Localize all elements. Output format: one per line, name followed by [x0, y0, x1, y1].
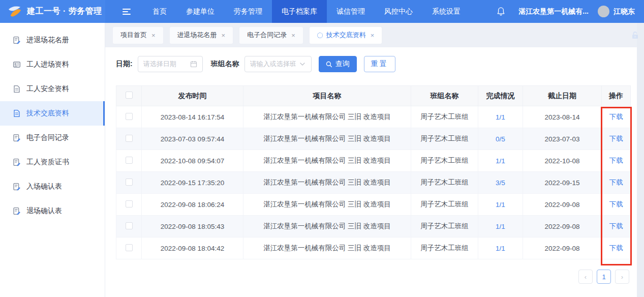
nav-item[interactable]: 参建单位	[176, 0, 224, 23]
row-checkbox[interactable]	[126, 222, 133, 229]
tab-close-icon[interactable]: ×	[151, 32, 156, 39]
search-icon	[326, 61, 332, 68]
table-row: 2023-07-03 09:57:44 湛江农垦第一机械有限公司 三旧 改造项目…	[116, 128, 631, 150]
nav-item[interactable]: 系统设置	[422, 0, 470, 23]
search-button[interactable]: 查询	[319, 56, 357, 72]
cell-project-name: 湛江农垦第一机械有限公司 三旧 改造项目	[243, 128, 411, 150]
records-table-wrap: 发布时间 项目名称 班组名称 完成情况 截止日期 操作 2023-0	[116, 85, 630, 259]
user-avatar[interactable]	[598, 6, 609, 17]
nav-item[interactable]: 劳务管理	[224, 0, 272, 23]
doc-icon	[13, 109, 21, 117]
team-select[interactable]: 请输入或选择班组	[244, 56, 312, 72]
cell-project-name: 湛江农垦第一机械有限公司 三旧 改造项目	[243, 106, 411, 128]
tab[interactable]: 电子合同记录 ×	[239, 27, 303, 44]
cell-action: 下载	[602, 106, 631, 128]
cell-completion-link[interactable]: 3/5	[478, 172, 523, 194]
nav-item[interactable]: 诚信管理	[327, 0, 375, 23]
download-link[interactable]: 下载	[609, 179, 623, 186]
cell-publish-time: 2023-08-14 16:17:54	[142, 106, 243, 128]
cell-completion-link[interactable]: 1/1	[478, 237, 523, 259]
menu-collapse-button[interactable]	[105, 0, 143, 23]
user-name[interactable]: 江晓东	[614, 7, 635, 16]
sidebar-item[interactable]: 电子合同记录	[0, 126, 105, 150]
select-all-cell	[116, 86, 142, 106]
sidebar-item[interactable]: 技术交底资料	[0, 101, 105, 126]
row-check-cell	[116, 128, 142, 150]
nav-item-label: 首页	[152, 7, 167, 16]
row-checkbox[interactable]	[126, 157, 133, 164]
tab-close-icon[interactable]: ×	[222, 32, 226, 39]
navbar-right: 湛江农垦第一机械有... 江晓东	[497, 0, 644, 23]
cell-publish-time: 2022-09-08 18:06:24	[142, 194, 243, 216]
download-link[interactable]: 下载	[609, 200, 623, 208]
tab-close-icon[interactable]: ×	[371, 32, 375, 39]
tab[interactable]: 技术交底资料 ×	[310, 27, 382, 44]
search-button-label: 查询	[335, 60, 350, 69]
sidebar-item[interactable]: 退场确认表	[0, 199, 105, 223]
main-nav: 首页 参建单位 劳务管理 电子档案库 诚信管理 风控中心 系统设置	[143, 0, 470, 23]
calendar-icon	[190, 61, 197, 68]
cell-team-name: 周子艺木工班组	[411, 106, 478, 128]
app-logo: 建工一号 · 劳务管理	[0, 0, 105, 23]
row-check-cell	[116, 150, 142, 172]
col-action: 操作	[602, 86, 631, 106]
nav-item[interactable]: 首页	[143, 0, 176, 23]
cell-team-name: 周子艺木工班组	[411, 216, 478, 237]
tab-label: 技术交底资料	[326, 31, 366, 40]
cell-completion-link[interactable]: 1/1	[478, 150, 523, 172]
sidebar-item-label: 工人安全资料	[26, 84, 69, 94]
sidebar-item[interactable]: 入场确认表	[0, 174, 105, 199]
table-header-row: 发布时间 项目名称 班组名称 完成情况 截止日期 操作	[116, 86, 631, 106]
cell-action: 下载	[602, 194, 631, 216]
right-scrollbar-track[interactable]	[637, 23, 644, 297]
download-link[interactable]: 下载	[609, 244, 623, 252]
sidebar-item-label: 技术交底资料	[26, 109, 69, 118]
top-navbar: 建工一号 · 劳务管理 首页 参建单位 劳务管理 电子档案库 诚信管理	[0, 0, 644, 23]
table-row: 2022-10-08 09:54:07 湛江农垦第一机械有限公司 三旧 改造项目…	[116, 150, 631, 172]
next-page-button[interactable]: ›	[615, 270, 629, 284]
nav-item[interactable]: 电子档案库	[272, 0, 327, 23]
sidebar-item[interactable]: 工人进场资料	[0, 52, 105, 77]
download-link[interactable]: 下载	[609, 113, 623, 121]
main-area: 进退场花名册 工人进场资料 工人安全资料 技术交底资料	[0, 23, 644, 297]
cell-deadline: 2023-08-14	[523, 106, 602, 128]
sidebar-item[interactable]: 工人资质证书	[0, 150, 105, 174]
cell-completion-link[interactable]: 1/1	[478, 194, 523, 216]
cell-deadline: 2022-09-08	[523, 194, 602, 216]
nav-item[interactable]: 风控中心	[375, 0, 422, 23]
sidebar-item[interactable]: 进退场花名册	[0, 28, 105, 52]
notification-bell-icon[interactable]	[497, 7, 505, 16]
id-card-icon	[13, 61, 21, 69]
sidebar-item-label: 进退场花名册	[26, 36, 69, 45]
cell-team-name: 周子艺木工班组	[411, 172, 478, 194]
row-check-cell	[116, 194, 142, 216]
reset-button[interactable]: 重置	[364, 56, 395, 72]
row-checkbox[interactable]	[126, 179, 133, 186]
sidebar-item[interactable]: 工人安全资料	[0, 77, 105, 101]
download-link[interactable]: 下载	[609, 222, 623, 230]
download-link[interactable]: 下载	[609, 157, 623, 164]
cell-completion-link[interactable]: 1/1	[478, 106, 523, 128]
tab[interactable]: 进退场花名册 ×	[170, 27, 233, 44]
company-name[interactable]: 湛江农垦第一机械有...	[518, 7, 589, 16]
date-placeholder: 请选择日期	[143, 60, 176, 69]
row-checkbox[interactable]	[126, 200, 133, 207]
nav-item-label: 参建单位	[186, 7, 214, 16]
app-title: 建工一号 · 劳务管理	[27, 6, 102, 17]
row-checkbox[interactable]	[126, 244, 133, 251]
row-checkbox[interactable]	[126, 113, 133, 120]
tab-close-icon[interactable]: ×	[291, 32, 295, 39]
cell-team-name: 周子艺木工班组	[411, 150, 478, 172]
cell-deadline: 2022-09-08	[523, 216, 602, 237]
prev-page-button[interactable]: ‹	[578, 270, 593, 284]
select-all-checkbox[interactable]	[126, 92, 133, 99]
tab[interactable]: 项目首页 ×	[113, 27, 163, 44]
team-placeholder: 请输入或选择班组	[250, 60, 296, 69]
current-page-button[interactable]: 1	[597, 270, 611, 284]
doc-icon	[13, 85, 21, 93]
cell-completion-link[interactable]: 1/1	[478, 216, 523, 237]
row-checkbox[interactable]	[126, 135, 133, 142]
download-link[interactable]: 下载	[609, 135, 623, 142]
date-picker-input[interactable]: 请选择日期	[138, 56, 203, 72]
cell-completion-link[interactable]: 0/5	[478, 128, 523, 150]
